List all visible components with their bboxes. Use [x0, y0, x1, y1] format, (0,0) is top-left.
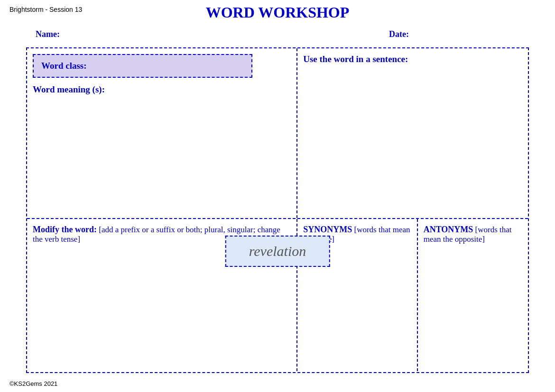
word-meaning-label: Word meaning (s):	[33, 84, 291, 95]
antonyms-panel: ANTONYMS [words that mean the opposite]	[418, 219, 528, 371]
page-title: WORD WORKSHOP	[0, 4, 555, 21]
antonyms-label: ANTONYMS [words that mean the opposite]	[424, 225, 522, 244]
name-label: Name:	[36, 29, 60, 39]
right-panel: Use the word in a sentence:	[297, 48, 528, 218]
modify-label-bold: Modify the word:	[33, 225, 97, 234]
center-word-text: revelation	[249, 243, 306, 259]
antonyms-label-bold: ANTONYMS	[424, 225, 473, 234]
word-class-box: Word class:	[33, 54, 252, 78]
center-word-box: revelation	[225, 236, 330, 267]
top-section: Word class: Word meaning (s): Use the wo…	[27, 48, 528, 219]
center-word-container: revelation	[225, 236, 330, 267]
left-panel: Word class: Word meaning (s):	[27, 48, 297, 218]
word-class-label: Word class:	[41, 61, 87, 71]
use-sentence-label: Use the word in a sentence:	[303, 54, 522, 64]
date-label: Date:	[389, 29, 409, 39]
copyright-label: ©KS2Gems 2021	[9, 380, 57, 387]
main-container: Word class: Word meaning (s): Use the wo…	[26, 47, 529, 373]
synonyms-label-bold: SYNONYMS	[303, 225, 352, 234]
